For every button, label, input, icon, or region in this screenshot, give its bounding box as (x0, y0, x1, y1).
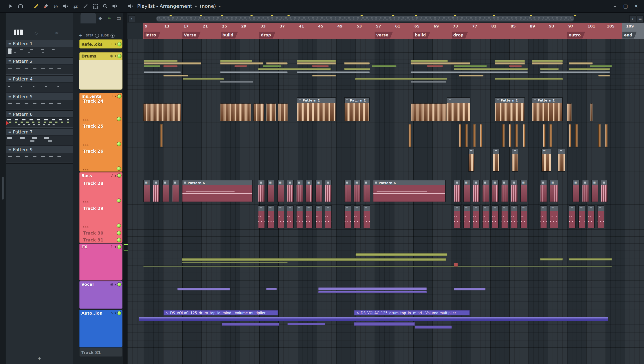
clip-strip[interactable] (344, 62, 370, 64)
clip-menu-icon[interactable]: ≡ (522, 206, 524, 210)
audio-hit-clip[interactable] (543, 124, 546, 147)
track-enable-led[interactable] (118, 245, 121, 249)
clip-strip[interactable] (234, 65, 247, 67)
bass-clip[interactable]: ≡ (540, 180, 547, 202)
clip-header[interactable]: ≡ (258, 180, 264, 185)
clip-header[interactable]: ≡ (469, 149, 474, 154)
audio-hit-clip[interactable] (465, 124, 468, 147)
clip-menu-icon[interactable]: ≡ (288, 181, 291, 184)
audio-pattern-clip[interactable]: ≡Pattern 2 (532, 97, 563, 121)
clip-header[interactable]: ≡ (579, 206, 585, 210)
bass-clip[interactable]: ≡ (325, 180, 332, 202)
clip-strip[interactable] (411, 72, 528, 73)
clip-strip[interactable] (569, 68, 610, 70)
clip-header[interactable]: ≡ (569, 206, 576, 210)
clip-menu-icon[interactable]: ≡ (560, 150, 562, 153)
bass-note-clip[interactable]: ≡ (569, 205, 576, 228)
bass-clip[interactable]: ≡ (463, 180, 470, 202)
clip-strip[interactable] (297, 60, 336, 62)
clip-header[interactable]: ≡ (492, 206, 498, 210)
bass-pattern-clip[interactable]: ≡Pattern 6 (373, 180, 446, 202)
clip-menu-icon[interactable]: ≡ (164, 181, 166, 184)
bass-note-clip[interactable]: ≡ (258, 205, 265, 228)
sub-track-led[interactable] (117, 117, 121, 121)
clip-menu-icon[interactable]: ≡ (298, 206, 300, 210)
bass-clip[interactable]: ≡ (268, 180, 274, 202)
clip-header[interactable]: ≡ (512, 180, 518, 185)
bass-note-clip[interactable]: ≡ (325, 205, 332, 228)
track-header[interactable]: Auto..ion∿▾ (79, 310, 122, 316)
track-menu-caret-icon[interactable]: ▾ (114, 54, 116, 58)
section-marker[interactable]: verse (374, 32, 393, 38)
section-marker[interactable]: build (221, 32, 238, 38)
piano-icon[interactable] (14, 30, 23, 35)
audio-hit-clip[interactable] (569, 124, 571, 147)
note-icon[interactable]: ♪ (111, 174, 113, 177)
clip-menu-icon[interactable]: ≡ (260, 206, 262, 210)
clip-menu-icon[interactable]: ≡ (365, 181, 368, 184)
section-marker[interactable]: outro (567, 32, 585, 38)
scroll-left-button[interactable]: ‹ (128, 15, 135, 22)
clip-header[interactable]: ≡ (573, 180, 579, 185)
sub-track-led[interactable] (117, 224, 121, 228)
clip-header[interactable]: ≡ (473, 180, 480, 185)
clip-strip[interactable] (143, 266, 612, 267)
clip-header[interactable]: ≡ (162, 180, 169, 185)
clip-strip[interactable] (220, 60, 252, 62)
maximize-button[interactable]: ▢ (620, 3, 631, 9)
audio-clip[interactable] (220, 104, 251, 121)
mute-icon[interactable] (62, 2, 70, 10)
clip-strip[interactable] (495, 78, 562, 80)
clip-menu-icon[interactable]: ≡ (602, 181, 605, 184)
audio-pattern-clip[interactable]: ≡ (541, 149, 551, 172)
pattern-name-row[interactable]: ≡Pattern 9 (6, 146, 73, 153)
bass-note-clip[interactable]: ≡ (597, 205, 604, 228)
bass-clip[interactable]: ≡ (572, 180, 580, 202)
section-marker[interactable]: Intro (144, 32, 160, 38)
clip-header[interactable]: ≡ (582, 180, 588, 185)
section-marker[interactable]: Verse (182, 32, 201, 38)
clip-strip[interactable] (266, 288, 277, 290)
clip-header[interactable]: ≡ (592, 180, 598, 185)
playback-speaker-icon[interactable] (126, 2, 135, 10)
clip-strip[interactable] (183, 78, 224, 80)
clip-menu-icon[interactable]: ≡ (326, 206, 329, 210)
clip-menu-icon[interactable]: ≡ (542, 181, 544, 184)
clip-strip[interactable] (297, 72, 370, 73)
sub-track-row[interactable]: Track 31 (79, 236, 122, 243)
automation-curve-clip[interactable] (139, 317, 608, 321)
bass-note-clip[interactable]: ≡ (501, 205, 508, 228)
audio-hit-clip[interactable] (480, 124, 482, 147)
bass-clip[interactable]: ≡ (344, 180, 351, 202)
clip-strip[interactable] (344, 68, 370, 70)
sub-track-row[interactable]: Track 30 (79, 230, 122, 236)
clip-header[interactable]: ≡Pattern 6 (182, 180, 252, 185)
audio-clip[interactable] (590, 104, 592, 121)
minimize-button[interactable]: – (610, 3, 620, 9)
audio-hit-clip[interactable] (459, 124, 461, 147)
clip-header[interactable]: ≡ (144, 180, 150, 185)
sub-track-row[interactable]: ... (79, 165, 122, 172)
clip-menu-icon[interactable]: ≡ (543, 150, 546, 153)
audio-hit-clip[interactable] (516, 124, 518, 147)
pattern-list-item[interactable]: ≡Pattern 6 (6, 111, 73, 128)
step-toggle[interactable] (95, 34, 99, 38)
track-block-fx[interactable]: FX↑▾ (79, 244, 122, 280)
track-menu-caret-icon[interactable]: ▾ (114, 311, 116, 315)
clip-header[interactable]: ≡ (464, 206, 470, 210)
clip-header[interactable]: ≡ (550, 206, 558, 210)
bass-clip[interactable]: ≡ (582, 180, 589, 202)
bass-note-clip[interactable]: ≡ (296, 205, 303, 228)
clip-menu-icon[interactable]: ≡ (503, 206, 505, 210)
track-header[interactable]: Drums◉▾ (79, 52, 122, 60)
bass-clip[interactable]: ≡ (296, 180, 303, 202)
clip-menu-icon[interactable]: ≡ (298, 98, 301, 102)
clip-header[interactable]: ≡ (354, 206, 360, 210)
bass-note-clip[interactable]: ≡ (363, 205, 370, 228)
bass-note-clip[interactable]: ≡ (578, 205, 585, 228)
clip-header[interactable]: ≡ (558, 149, 564, 154)
clip-header[interactable]: ≡ (482, 206, 489, 210)
clip-strip[interactable] (144, 65, 160, 67)
clip-header[interactable]: ≡ (492, 180, 498, 185)
clip-menu-icon[interactable]: ≡ (317, 206, 320, 210)
